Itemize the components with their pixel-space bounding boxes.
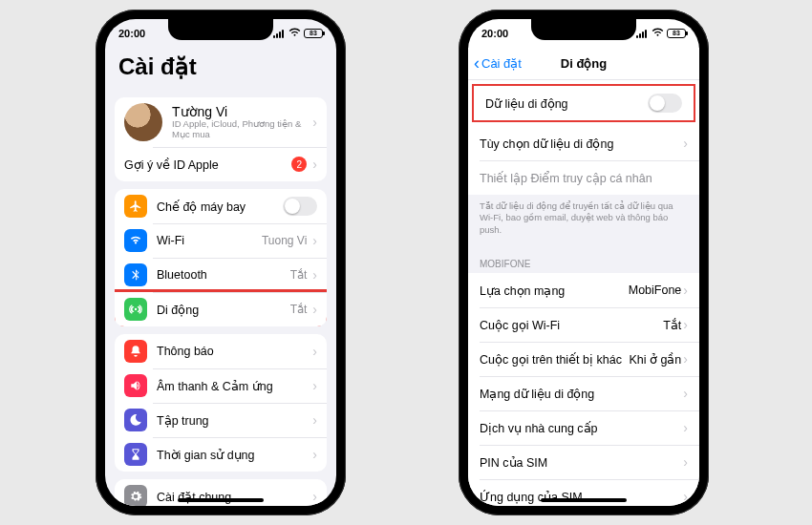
hotspot-row[interactable]: Thiết lập Điểm truy cập cá nhân [468,160,699,195]
row-label: Lựa chọn mạng [480,284,629,298]
row-label: Di động [157,303,290,317]
status-indicators: 83 [273,28,323,39]
status-time: 20:00 [118,28,145,39]
cellular-signal-icon [273,30,286,38]
row-label: Thời gian sử dụng [157,448,310,462]
row-label: Cuộc gọi trên thiết bị khác [480,352,629,367]
cellular-data-toggle[interactable] [648,94,682,113]
bell-icon [124,340,147,363]
chevron-right-icon: › [683,454,688,470]
chevron-right-icon: › [683,136,688,151]
chevron-right-icon: › [312,115,317,130]
cellular-signal-icon [636,30,649,38]
moon-icon [124,409,147,431]
chevron-right-icon: › [312,157,317,172]
profile-group: Tường Vi ID Apple, iCloud, Phương tiện &… [115,97,327,181]
chevron-right-icon: › [312,267,317,283]
row-label: Gợi ý về ID Apple [124,158,291,172]
page-title: Cài đặt [105,48,336,90]
sounds-row[interactable]: Âm thanh & Cảm ứng › [115,368,327,403]
airplane-icon [124,195,147,218]
status-time: 20:00 [481,28,508,39]
notch [531,19,636,40]
home-indicator[interactable] [178,498,264,502]
apple-id-row[interactable]: Tường Vi ID Apple, iCloud, Phương tiện &… [115,97,327,147]
connectivity-group: Chế độ máy bay Wi-Fi Tuong Vi › Bluetoot… [115,189,327,326]
chevron-right-icon: › [683,386,688,401]
row-value: Khi ở gần [629,352,681,367]
status-indicators: 83 [636,28,686,39]
airplane-mode-row[interactable]: Chế độ máy bay [115,189,327,223]
wifi-icon [652,28,664,39]
row-label: Chế độ máy bay [157,200,283,214]
row-value: MobiFone [629,284,682,297]
row-label: PIN của SIM [480,455,681,470]
chevron-right-icon: › [312,233,317,248]
row-label: Âm thanh & Cảm ứng [157,379,310,393]
data-footer-text: Tắt dữ liệu di động để truyền tất cả dữ … [468,195,699,245]
screentime-row[interactable]: Thời gian sử dụng › [115,437,327,472]
chevron-right-icon: › [683,351,688,367]
cellular-icon [124,298,147,321]
carrier-services-row[interactable]: Dịch vụ nhà cung cấp › [468,410,699,445]
back-label: Cài đặt [481,56,522,71]
notch [168,19,273,40]
data-options-row[interactable]: Tùy chọn dữ liệu di động › [468,126,699,160]
wifi-row[interactable]: Wi-Fi Tuong Vi › [115,223,327,258]
row-value: Tuong Vi [262,234,307,247]
row-label: Mạng dữ liệu di động [480,387,681,401]
phone-frame-left: 20:00 83 Cài đặt Tường Vi ID Apple, iClo… [96,10,346,515]
chevron-right-icon: › [312,412,317,428]
settings-content: Cài đặt Tường Vi ID Apple, iCloud, Phươn… [105,48,336,506]
phone-frame-right: 20:00 83 ‹ Cài đặt Di động Dữ liệu di độ… [459,10,709,515]
chevron-right-icon: › [312,344,317,359]
row-label: Dữ liệu di động [485,96,648,111]
row-value: Tắt [663,318,681,332]
chevron-right-icon: › [312,302,317,317]
row-label: Bluetooth [157,268,290,282]
chevron-right-icon: › [312,378,317,393]
row-label: Tập trung [157,413,310,428]
row-label: Dịch vụ nhà cung cấp [480,421,681,435]
hourglass-icon [124,443,147,466]
back-button[interactable]: ‹ Cài đặt [474,53,522,74]
cellular-content: ‹ Cài đặt Di động Dữ liệu di động Tùy ch… [468,48,699,506]
row-label: Cuộc gọi Wi-Fi [480,318,663,332]
profile-name: Tường Vi [172,104,310,119]
focus-row[interactable]: Tập trung › [115,403,327,437]
wifi-calling-row[interactable]: Cuộc gọi Wi-Fi Tắt › [468,307,699,342]
nav-bar: ‹ Cài đặt Di động [468,48,699,80]
battery-icon: 83 [667,29,686,38]
screen-left: 20:00 83 Cài đặt Tường Vi ID Apple, iClo… [105,19,336,506]
data-network-row[interactable]: Mạng dữ liệu di động › [468,376,699,410]
chevron-right-icon: › [683,283,688,298]
chevron-right-icon: › [683,420,688,435]
wifi-icon [288,28,301,39]
battery-icon: 83 [304,29,323,38]
row-label: Thông báo [157,345,310,358]
speaker-icon [124,374,147,397]
wifi-icon [124,229,147,252]
carrier-header: MOBIFONE [468,245,699,273]
row-value: Tắt [290,303,308,316]
sim-pin-row[interactable]: PIN của SIM › [468,445,699,479]
row-label: Thiết lập Điểm truy cập cá nhân [480,171,688,185]
bluetooth-row[interactable]: Bluetooth Tắt › [115,258,327,292]
row-label: Tùy chọn dữ liệu di động [480,136,681,151]
network-selection-row[interactable]: Lựa chọn mạng MobiFone › [468,273,699,307]
cellular-data-row[interactable]: Dữ liệu di động [474,86,694,120]
carrier-group: Lựa chọn mạng MobiFone › Cuộc gọi Wi-Fi … [468,273,699,506]
cellular-data-group: Dữ liệu di động [474,86,694,120]
chevron-right-icon: › [312,489,317,504]
profile-sub: ID Apple, iCloud, Phương tiện & Mục mua [172,119,310,140]
chevron-right-icon: › [312,447,317,462]
badge: 2 [291,157,307,172]
home-indicator[interactable] [541,498,627,502]
cellular-row[interactable]: Di động Tắt › [115,292,327,326]
airplane-toggle[interactable] [283,197,317,216]
calls-other-devices-row[interactable]: Cuộc gọi trên thiết bị khác Khi ở gần › [468,342,699,376]
data-options-group: Tùy chọn dữ liệu di động › Thiết lập Điể… [468,126,699,195]
gear-icon [124,485,147,506]
notifications-row[interactable]: Thông báo › [115,334,327,368]
apple-id-suggestions-row[interactable]: Gợi ý về ID Apple 2 › [115,147,327,181]
